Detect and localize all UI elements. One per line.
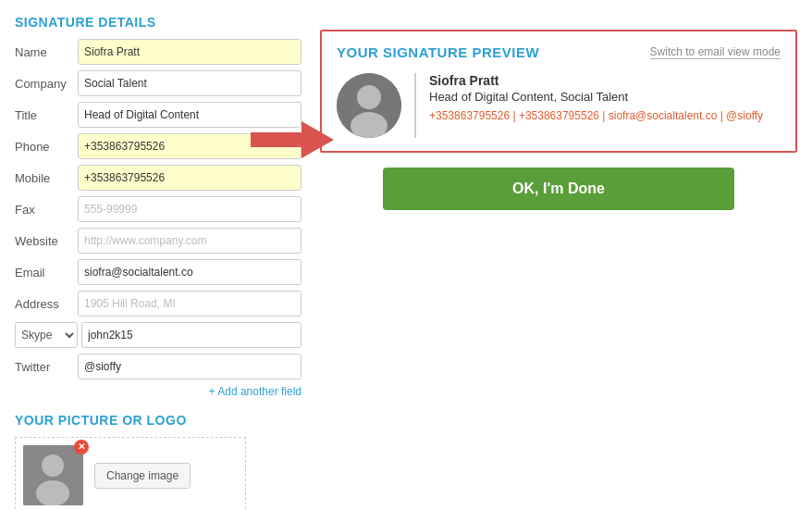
- fax-row: Fax: [15, 196, 301, 222]
- right-panel: YOUR SIGNATURE PREVIEW Switch to email v…: [320, 15, 797, 510]
- title-label: Title: [15, 108, 78, 122]
- signature-preview-box: YOUR SIGNATURE PREVIEW Switch to email v…: [320, 30, 797, 153]
- preview-avatar: [337, 73, 401, 138]
- email-input[interactable]: [78, 259, 301, 285]
- mobile-row: Mobile: [15, 165, 301, 191]
- red-arrow: [251, 121, 334, 161]
- twitter-label: Twitter: [15, 360, 78, 374]
- preview-title-company: Head of Digital Content, Social Talent: [429, 90, 781, 104]
- company-row: Company: [15, 70, 301, 96]
- name-label: Name: [15, 45, 78, 59]
- preview-avatar-svg: [337, 73, 401, 138]
- ok-done-button[interactable]: OK, I'm Done: [383, 168, 734, 210]
- website-input[interactable]: [78, 228, 301, 254]
- website-label: Website: [15, 234, 78, 248]
- add-field-link[interactable]: + Add another field: [15, 385, 301, 398]
- preview-contact: +353863795526 | +353863795526 | siofra@s…: [429, 107, 781, 125]
- change-image-button[interactable]: Change image: [94, 463, 191, 489]
- fax-input[interactable]: [78, 196, 301, 222]
- svg-point-5: [357, 85, 381, 109]
- skype-row: Skype LinkedIn Facebook: [15, 322, 301, 348]
- twitter-input[interactable]: [78, 354, 301, 379]
- mobile-label: Mobile: [15, 171, 78, 185]
- picture-section-title: YOUR PICTURE OR LOGO: [15, 413, 301, 428]
- switch-mode-link[interactable]: Switch to email view mode: [650, 45, 781, 59]
- preview-content: Siofra Pratt Head of Digital Content, So…: [337, 73, 781, 138]
- phone-label: Phone: [15, 140, 78, 154]
- mobile-input[interactable]: [78, 165, 301, 191]
- email-row: Email: [15, 259, 301, 285]
- preview-name: Siofra Pratt: [429, 73, 781, 88]
- picture-area: ✕ Change image: [15, 437, 246, 510]
- address-row: Address: [15, 291, 301, 317]
- address-label: Address: [15, 297, 78, 311]
- company-label: Company: [15, 77, 78, 91]
- remove-image-button[interactable]: ✕: [74, 440, 89, 454]
- company-input[interactable]: [78, 70, 301, 96]
- fax-label: Fax: [15, 203, 78, 217]
- preview-header: YOUR SIGNATURE PREVIEW Switch to email v…: [337, 44, 781, 60]
- address-input[interactable]: [78, 291, 301, 317]
- preview-title: YOUR SIGNATURE PREVIEW: [337, 44, 539, 60]
- picture-section: YOUR PICTURE OR LOGO ✕ Change image: [15, 413, 301, 510]
- signature-details-title: SIGNATURE DETAILS: [15, 15, 301, 30]
- preview-divider: [414, 73, 416, 138]
- svg-point-2: [36, 480, 69, 505]
- arrow-svg: [251, 121, 334, 158]
- svg-point-1: [42, 454, 64, 477]
- twitter-row: Twitter: [15, 354, 301, 379]
- name-row: Name: [15, 39, 301, 65]
- email-label: Email: [15, 266, 78, 280]
- name-input[interactable]: [78, 39, 301, 65]
- avatar-svg: [23, 445, 83, 505]
- avatar-wrapper: ✕: [23, 445, 83, 505]
- website-row: Website: [15, 228, 301, 254]
- left-panel: SIGNATURE DETAILS Name Company Title Pho…: [15, 15, 301, 510]
- avatar-image: [23, 445, 83, 505]
- svg-marker-3: [251, 121, 334, 158]
- skype-select[interactable]: Skype LinkedIn Facebook: [15, 322, 78, 348]
- preview-info: Siofra Pratt Head of Digital Content, So…: [429, 73, 781, 125]
- skype-input[interactable]: [81, 322, 301, 348]
